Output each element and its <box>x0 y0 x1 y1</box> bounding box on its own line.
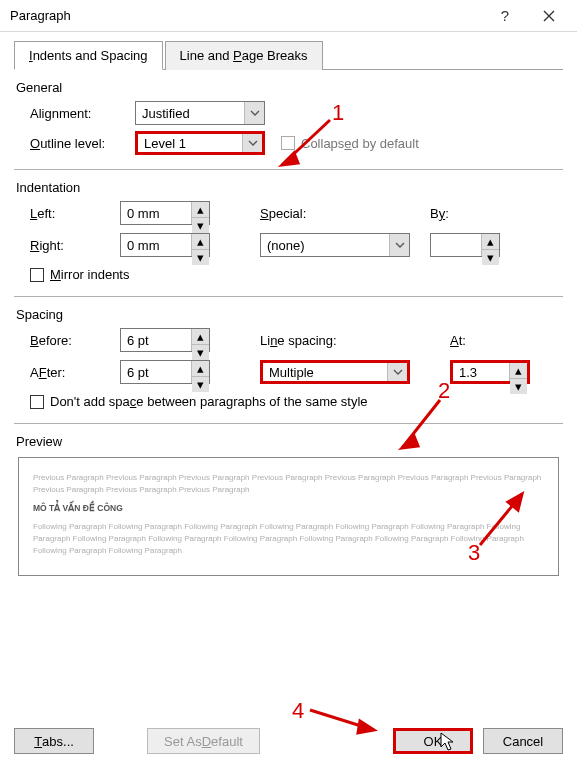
tab1-label-rest: ndents and Spacing <box>33 48 148 63</box>
alignment-value: Justified <box>136 106 244 121</box>
right-spinner[interactable]: 0 mm ▴▾ <box>120 233 210 257</box>
mirror-indents-label: Mirror indents <box>50 267 129 282</box>
outline-level-value: Level 1 <box>138 136 242 151</box>
spinner-buttons[interactable]: ▴▾ <box>191 329 209 351</box>
preview-pane: Previous Paragraph Previous Paragraph Pr… <box>18 457 559 576</box>
chevron-down-icon <box>244 102 264 124</box>
section-indentation: Indentation <box>16 180 563 195</box>
line-spacing-label: Line spacing: <box>260 333 410 348</box>
window-title: Paragraph <box>10 8 483 23</box>
outline-level-dropdown[interactable]: Level 1 <box>135 131 265 155</box>
before-spinner[interactable]: 6 pt ▴▾ <box>120 328 210 352</box>
right-value: 0 mm <box>121 238 191 253</box>
mirror-indents-checkbox[interactable]: Mirror indents <box>30 267 129 282</box>
outline-level-label: Outline level: <box>30 136 135 151</box>
special-value: (none) <box>261 238 389 253</box>
tab2-mnemonic: P <box>233 48 242 63</box>
checkbox-box <box>30 268 44 282</box>
cancel-button[interactable]: Cancel <box>483 728 563 754</box>
left-label: Left: <box>30 206 110 221</box>
chevron-down-icon <box>242 134 262 152</box>
alignment-label: Alignment: <box>30 106 135 121</box>
spinner-buttons[interactable]: ▴▾ <box>191 361 209 383</box>
at-spinner[interactable]: 1.3 ▴▾ <box>450 360 530 384</box>
section-general: General <box>16 80 563 95</box>
by-label: By: <box>430 206 500 221</box>
section-spacing: Spacing <box>16 307 563 322</box>
set-as-default-button[interactable]: Set As Default <box>147 728 260 754</box>
tab-line-page-breaks[interactable]: Line and Page Breaks <box>165 41 323 70</box>
ok-button[interactable]: OK <box>393 728 473 754</box>
help-button[interactable]: ? <box>483 1 527 31</box>
preview-next-paragraphs: Following Paragraph Following Paragraph … <box>33 521 544 557</box>
chevron-down-icon <box>387 363 407 381</box>
after-spinner[interactable]: 6 pt ▴▾ <box>120 360 210 384</box>
checkbox-box <box>30 395 44 409</box>
before-value: 6 pt <box>121 333 191 348</box>
tab2-label-rest: age Breaks <box>242 48 308 63</box>
titlebar: Paragraph ? <box>0 0 577 32</box>
special-label: Special: <box>260 206 380 221</box>
line-spacing-dropdown[interactable]: Multiple <box>260 360 410 384</box>
dont-add-space-checkbox[interactable]: Don't add space between paragraphs of th… <box>30 394 368 409</box>
collapsed-checkbox[interactable]: Collapsed by default <box>281 136 419 151</box>
preview-prev-paragraphs: Previous Paragraph Previous Paragraph Pr… <box>33 472 544 496</box>
left-value: 0 mm <box>121 206 191 221</box>
spinner-buttons[interactable]: ▴▾ <box>191 202 209 224</box>
special-dropdown[interactable]: (none) <box>260 233 410 257</box>
preview-sample: MÔ TẢ VẤN ĐỀ CÔNG <box>33 502 544 515</box>
line-spacing-value: Multiple <box>263 365 387 380</box>
before-label: Before: <box>30 333 110 348</box>
tabs-button[interactable]: Tabs... <box>14 728 94 754</box>
button-bar: Tabs... Set As Default OK Cancel <box>0 718 577 764</box>
collapsed-label: Collapsed by default <box>301 136 419 151</box>
after-label: AFter: <box>30 365 110 380</box>
at-label: At: <box>450 333 530 348</box>
at-value: 1.3 <box>453 365 509 380</box>
dont-add-space-label: Don't add space between paragraphs of th… <box>50 394 368 409</box>
spinner-buttons[interactable]: ▴▾ <box>481 234 499 256</box>
alignment-dropdown[interactable]: Justified <box>135 101 265 125</box>
chevron-down-icon <box>389 234 409 256</box>
section-preview: Preview <box>16 434 563 449</box>
spinner-buttons[interactable]: ▴▾ <box>509 363 527 381</box>
after-value: 6 pt <box>121 365 191 380</box>
right-label: Right: <box>30 238 110 253</box>
close-icon <box>543 10 555 22</box>
cursor-icon <box>440 732 456 752</box>
spinner-buttons[interactable]: ▴▾ <box>191 234 209 256</box>
checkbox-box <box>281 136 295 150</box>
by-spinner[interactable]: ▴▾ <box>430 233 500 257</box>
tab-indents-spacing[interactable]: Indents and Spacing <box>14 41 163 70</box>
close-button[interactable] <box>527 1 571 31</box>
left-spinner[interactable]: 0 mm ▴▾ <box>120 201 210 225</box>
tab2-label-prefix: Line and <box>180 48 234 63</box>
tab-bar: Indents and Spacing Line and Page Breaks <box>14 40 563 70</box>
